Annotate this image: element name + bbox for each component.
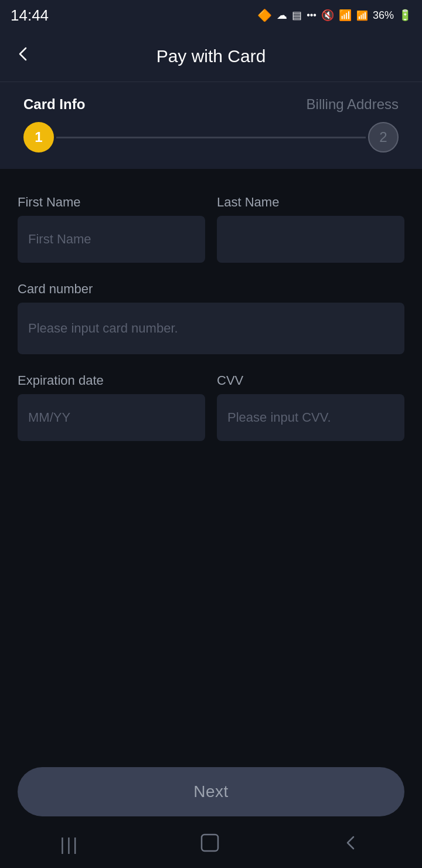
stepper-line <box>56 137 366 138</box>
binance-icon: 🔶 <box>257 8 272 22</box>
sim-icon: ▤ <box>292 9 302 22</box>
stepper-labels: Card Info Billing Address <box>23 96 399 113</box>
expiration-group: Expiration date <box>18 373 205 441</box>
nav-recent-icon[interactable]: ||| <box>60 835 79 855</box>
status-bar: 14:44 🔶 ☁ ▤ ••• 🔇 📶 📶 36% 🔋 <box>0 0 422 30</box>
first-name-label: First Name <box>18 195 205 210</box>
first-name-group: First Name <box>18 195 205 263</box>
card-number-label: Card number <box>18 282 404 297</box>
battery-icon: 🔋 <box>399 9 411 22</box>
step2-circle: 2 <box>368 122 399 152</box>
last-name-label: Last Name <box>217 195 404 210</box>
wifi-icon: 📶 <box>339 9 352 22</box>
next-button-wrapper: Next <box>18 767 404 816</box>
signal-icon: 📶 <box>356 10 368 21</box>
card-number-group: Card number <box>18 282 404 354</box>
status-time: 14:44 <box>11 6 49 25</box>
step1-label: Card Info <box>23 96 85 113</box>
nav-bar: ||| <box>0 821 422 868</box>
nav-back-icon[interactable] <box>341 832 362 857</box>
cloud-icon: ☁ <box>277 9 287 22</box>
step2-number: 2 <box>379 129 387 145</box>
step1-circle: 1 <box>23 122 54 152</box>
cvv-input[interactable] <box>217 394 404 441</box>
expiration-input[interactable] <box>18 394 205 441</box>
cvv-label: CVV <box>217 373 404 388</box>
stepper-track: 1 2 <box>23 122 399 152</box>
first-name-input[interactable] <box>18 216 205 263</box>
back-button[interactable] <box>14 45 33 68</box>
form-section: First Name Last Name Card number Expirat… <box>0 174 422 472</box>
step1-number: 1 <box>35 129 42 145</box>
more-icon: ••• <box>307 10 316 21</box>
nav-home-icon[interactable] <box>199 832 220 857</box>
cvv-group: CVV <box>217 373 404 441</box>
last-name-input[interactable] <box>217 216 404 263</box>
header: Pay with Card <box>0 30 422 82</box>
last-name-group: Last Name <box>217 195 404 263</box>
page-title: Pay with Card <box>156 46 266 66</box>
expiry-cvv-row: Expiration date CVV <box>18 373 404 441</box>
svg-rect-0 <box>202 835 218 851</box>
status-icons: 🔶 ☁ ▤ ••• 🔇 📶 📶 36% 🔋 <box>257 8 411 22</box>
battery-level: 36% <box>373 9 394 22</box>
card-number-input[interactable] <box>18 303 404 354</box>
step2-label: Billing Address <box>307 96 399 113</box>
name-row: First Name Last Name <box>18 195 404 263</box>
expiration-label: Expiration date <box>18 373 205 388</box>
next-button[interactable]: Next <box>18 767 404 816</box>
mute-icon: 🔇 <box>321 9 334 22</box>
stepper-section: Card Info Billing Address 1 2 <box>0 82 422 169</box>
